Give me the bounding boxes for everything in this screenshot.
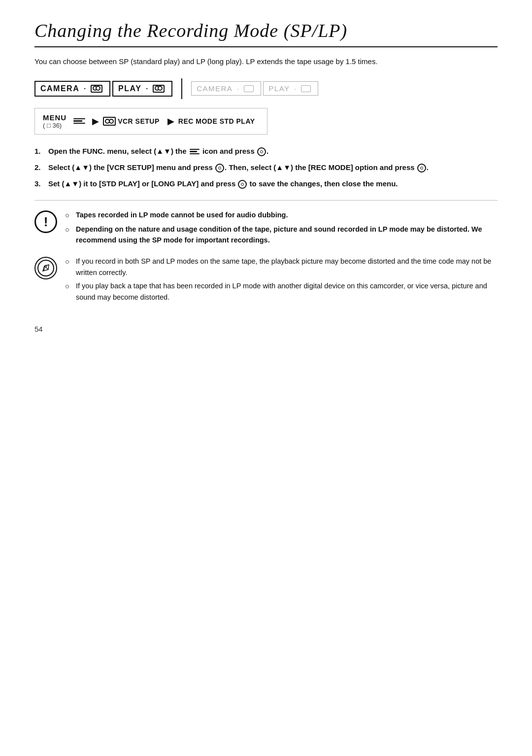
vcr-setup-text: VCR SETUP xyxy=(118,117,160,125)
tip-note-1: ○ If you record in both SP and LP modes … xyxy=(65,256,498,278)
steps-section: 1. Open the FUNC. menu, select (▲▼) the … xyxy=(34,145,498,190)
warning-note-box: ! ○ Tapes recorded in LP mode cannot be … xyxy=(34,209,498,248)
step-2: 2. Select (▲▼) the [VCR SETUP] menu and … xyxy=(34,162,498,173)
warning-note-1: ○ Tapes recorded in LP mode cannot be us… xyxy=(65,209,498,221)
step-3-num: 3. xyxy=(34,178,46,189)
tip-bullet-1: ○ xyxy=(65,256,74,267)
step-3-content: Set (▲▼) it to [STD PLAY] or [LONG PLAY]… xyxy=(48,178,498,189)
warning-bullet-1: ○ xyxy=(65,209,74,221)
flow-tape-icon xyxy=(103,117,116,126)
tab-camera-card-label: CAMERA xyxy=(197,84,233,93)
tip-text-1: If you record in both SP and LP modes on… xyxy=(76,256,498,278)
step-1-num: 1. xyxy=(34,145,46,157)
tab-camera-card-dot: · xyxy=(237,85,239,93)
card-icon-play xyxy=(301,85,311,92)
arrow-right-2: ▶ xyxy=(167,116,174,127)
warning-bullet-2: ○ xyxy=(65,224,74,235)
press-button-icon-3 xyxy=(417,164,426,172)
intro-text: You can choose between SP (standard play… xyxy=(34,56,498,68)
func-icon-inline xyxy=(190,147,200,156)
arrow-right-1: ▶ xyxy=(92,116,99,127)
func-icon-line1 xyxy=(73,118,85,120)
func-icon-line3 xyxy=(73,123,85,124)
card-icon xyxy=(244,85,254,92)
tape-icon-play xyxy=(153,85,165,93)
press-button-icon-4 xyxy=(238,180,247,189)
func-menu-icon xyxy=(73,116,85,127)
tab-camera-tape-label: CAMERA xyxy=(40,84,79,93)
section-rule xyxy=(34,200,498,201)
tip-svg-icon xyxy=(37,259,55,277)
step-3: 3. Set (▲▼) it to [STD PLAY] or [LONG PL… xyxy=(34,178,498,189)
warning-note-content: ○ Tapes recorded in LP mode cannot be us… xyxy=(65,209,498,248)
warning-icon: ! xyxy=(34,210,57,233)
tip-text-2: If you play back a tape that has been re… xyxy=(76,280,498,303)
tip-icon xyxy=(34,257,57,279)
tip-note-content: ○ If you record in both SP and LP modes … xyxy=(65,256,498,305)
press-button-icon-2 xyxy=(215,164,224,172)
tab-play-tape-dot: · xyxy=(146,85,148,93)
mode-tabs-row: CAMERA · PLAY · CAMERA · PLAY · xyxy=(34,78,498,99)
warning-note-2: ○ Depending on the nature and usage cond… xyxy=(65,224,498,246)
tab-separator xyxy=(181,78,182,99)
tape-icon xyxy=(91,85,102,93)
tab-play-tape: PLAY · xyxy=(112,81,172,97)
tab-play-card-label: PLAY xyxy=(268,84,290,93)
warning-text-1: Tapes recorded in LP mode cannot be used… xyxy=(76,209,498,220)
menu-page-ref: ( □ 36) xyxy=(43,122,62,129)
tab-play-card-dot: · xyxy=(295,85,297,93)
warning-text-2: Depending on the nature and usage condit… xyxy=(76,224,498,246)
step-1: 1. Open the FUNC. menu, select (▲▼) the … xyxy=(34,145,498,157)
tab-camera-tape: CAMERA · xyxy=(34,81,110,97)
tab-camera-card: CAMERA · xyxy=(191,81,261,96)
step-1-content: Open the FUNC. menu, select (▲▼) the ico… xyxy=(48,145,498,157)
tip-bullet-2: ○ xyxy=(65,280,74,292)
menu-label: MENU xyxy=(43,113,66,122)
tip-note-box: ○ If you record in both SP and LP modes … xyxy=(34,256,498,305)
svg-point-0 xyxy=(38,260,54,276)
press-button-icon xyxy=(257,147,266,156)
tab-play-tape-label: PLAY xyxy=(118,84,141,93)
step-2-num: 2. xyxy=(34,162,46,173)
menu-flow-row: MENU ( □ 36) ▶ VCR SETUP ▶ REC MODE STD … xyxy=(34,108,267,135)
rec-mode-text: REC MODE STD PLAY xyxy=(178,117,255,125)
tab-camera-tape-dot: · xyxy=(84,85,86,93)
tab-play-card: PLAY · xyxy=(263,81,318,96)
step-2-content: Select (▲▼) the [VCR SETUP] menu and pre… xyxy=(48,162,498,173)
tip-note-2: ○ If you play back a tape that has been … xyxy=(65,280,498,303)
page-title: Changing the Recording Mode (SP/LP) xyxy=(34,20,498,41)
func-icon-line2 xyxy=(73,120,82,122)
page-number: 54 xyxy=(34,325,498,333)
menu-label-block: MENU ( □ 36) xyxy=(43,113,66,129)
title-rule xyxy=(34,46,498,47)
